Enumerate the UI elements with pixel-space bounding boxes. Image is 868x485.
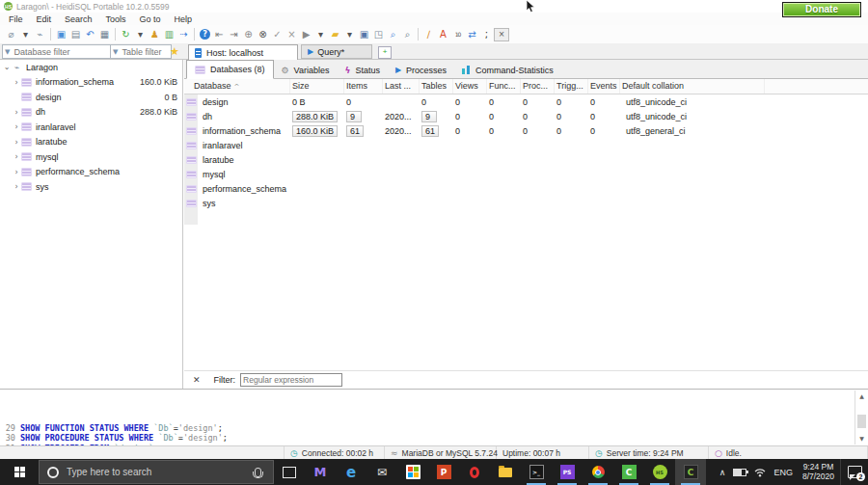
- column-header-func[interactable]: Func...: [487, 79, 521, 94]
- tree-item-iranlaravel[interactable]: ›iranlaravel: [0, 120, 182, 135]
- column-header-default-collation[interactable]: Default collation: [620, 79, 765, 94]
- tree-root-laragon[interactable]: ⌄⌁Laragon: [0, 60, 182, 75]
- start-button[interactable]: [0, 459, 39, 485]
- column-header-trigg[interactable]: Trigg...: [555, 79, 588, 94]
- tree-item-mysql[interactable]: ›mysql: [0, 149, 182, 165]
- binary-icon[interactable]: 10: [450, 27, 465, 41]
- chrome-icon[interactable]: [583, 459, 613, 485]
- export-icon[interactable]: ▥: [162, 27, 176, 41]
- grid-row-information-schema[interactable]: information_schema160.0 KiB612020...6100…: [184, 123, 868, 138]
- camtasia-icon[interactable]: C: [613, 459, 644, 485]
- media-app-icon[interactable]: M: [305, 459, 336, 485]
- grid-row-design[interactable]: design0 B0000000utf8_unicode_ci: [184, 94, 868, 109]
- camtasia-recorder-icon[interactable]: C: [675, 459, 706, 485]
- column-header-last[interactable]: Last ...: [383, 79, 420, 94]
- wrap-icon[interactable]: ⇄: [465, 27, 479, 41]
- expand-icon[interactable]: ›: [12, 168, 21, 176]
- tab-host-localhost[interactable]: Host: localhost: [188, 44, 298, 60]
- expand-icon[interactable]: ›: [12, 152, 21, 161]
- semicolon-icon[interactable]: ;: [479, 27, 494, 41]
- subtab-status[interactable]: ϟStatus: [337, 62, 387, 78]
- undo-icon[interactable]: ↶: [83, 27, 97, 41]
- expand-icon[interactable]: ›: [12, 78, 21, 87]
- tree-item-performance-schema[interactable]: ›performance_schema: [0, 165, 182, 180]
- print-icon[interactable]: ▦: [97, 27, 112, 41]
- tree-item-sys[interactable]: ›sys: [0, 179, 182, 195]
- grid-filter-input[interactable]: [240, 373, 342, 387]
- tree-item-information-schema[interactable]: ›information_schema160.0 KiB: [0, 75, 182, 91]
- dropdown-icon[interactable]: ▾: [133, 27, 148, 41]
- mail-icon[interactable]: ✉: [366, 459, 397, 485]
- microphone-icon[interactable]: [255, 468, 261, 477]
- dropdown-icon[interactable]: ▾: [313, 27, 328, 41]
- add-record-icon[interactable]: ⊕: [241, 27, 256, 41]
- post-icon[interactable]: ✓: [270, 27, 285, 41]
- expand-icon[interactable]: ›: [12, 138, 21, 147]
- grid-row-dh[interactable]: dh288.0 KiB92020...900000utf8_unicode_ci: [184, 109, 868, 123]
- powerpoint-icon[interactable]: P: [428, 459, 459, 485]
- delete-icon[interactable]: ×: [285, 27, 299, 41]
- subtab-command-statistics[interactable]: Command-Statistics: [454, 62, 561, 78]
- sql-log[interactable]: ▲ ▼ 29SHOW FUNCTION STATUS WHERE `Db`='d…: [0, 389, 868, 445]
- column-header-items[interactable]: Items: [344, 79, 383, 94]
- tree-item-dh[interactable]: ›dh288.0 KiB: [0, 105, 182, 121]
- last-record-icon[interactable]: ⇥: [227, 27, 241, 41]
- cancel-icon[interactable]: ⊗: [256, 27, 270, 41]
- dropdown-icon[interactable]: ▾: [342, 27, 357, 41]
- first-record-icon[interactable]: ⇤: [212, 27, 227, 41]
- table-filter-input[interactable]: [120, 46, 169, 58]
- terminal-icon[interactable]: >_: [521, 459, 552, 485]
- new-window-icon[interactable]: ◳: [371, 27, 386, 41]
- reformat-icon[interactable]: ∕: [421, 27, 436, 41]
- grid-row-mysql[interactable]: mysql: [184, 167, 868, 181]
- collapse-icon[interactable]: ⌄: [2, 63, 12, 71]
- copy-icon[interactable]: ▣: [54, 27, 68, 41]
- battery-icon[interactable]: [729, 459, 750, 485]
- action-center-button[interactable]: 2: [840, 459, 868, 485]
- new-query-tab-button[interactable]: +: [378, 46, 392, 59]
- tree-item-laratube[interactable]: ›laratube: [0, 135, 182, 150]
- edge-icon[interactable]: e: [336, 459, 366, 485]
- data-flow-icon[interactable]: ⇢: [176, 27, 191, 41]
- donate-button[interactable]: Donate: [782, 2, 861, 17]
- tray-chevron-icon[interactable]: ∧: [716, 459, 730, 485]
- expand-icon[interactable]: ›: [12, 182, 21, 191]
- favorites-star-icon[interactable]: ★: [170, 45, 179, 58]
- phpstorm-icon[interactable]: PS: [552, 459, 583, 485]
- database-filter-box[interactable]: ▼: [2, 44, 112, 59]
- table-filter-box[interactable]: ▼: [110, 44, 172, 59]
- grid-row-iranlaravel[interactable]: iranlaravel: [184, 138, 868, 152]
- menu-edit[interactable]: Edit: [30, 14, 59, 24]
- column-header-tables[interactable]: Tables: [420, 79, 453, 94]
- scrollbar-thumb[interactable]: [857, 415, 866, 428]
- expand-icon[interactable]: ›: [12, 122, 21, 131]
- language-indicator[interactable]: ENG: [770, 459, 797, 485]
- sql-log-scrollbar[interactable]: ▲ ▼: [854, 391, 868, 445]
- tree-item-design[interactable]: design0 B: [0, 90, 182, 105]
- explorer-icon[interactable]: [490, 459, 521, 485]
- column-header-proc[interactable]: Proc...: [521, 79, 555, 94]
- open-file-icon[interactable]: ▰: [328, 27, 342, 41]
- paste-icon[interactable]: ▤: [68, 27, 83, 41]
- scroll-down-icon[interactable]: ▼: [855, 434, 868, 445]
- heidisql-icon[interactable]: HS: [644, 459, 675, 485]
- subtab-databases-8[interactable]: Databases (8): [186, 60, 274, 79]
- run-icon[interactable]: ▶: [299, 27, 313, 41]
- column-header-size[interactable]: Size: [290, 79, 344, 94]
- subtab-processes[interactable]: ▶Processes: [388, 62, 454, 78]
- column-header-events[interactable]: Events: [588, 79, 620, 94]
- menu-file[interactable]: File: [2, 14, 30, 24]
- menu-tools[interactable]: Tools: [99, 14, 133, 24]
- find-again-icon[interactable]: ⌕: [400, 27, 415, 41]
- menu-go-to[interactable]: Go to: [133, 14, 168, 24]
- disconnect-icon[interactable]: ⌀: [4, 27, 18, 41]
- database-filter-input[interactable]: [12, 46, 109, 58]
- clear-filter-icon[interactable]: ✕: [193, 375, 201, 385]
- subtab-variables[interactable]: ⚙Variables: [274, 62, 338, 78]
- save-icon[interactable]: ▣: [357, 27, 371, 41]
- user-manager-icon[interactable]: ♟: [148, 27, 162, 41]
- store-icon[interactable]: [397, 459, 428, 485]
- tab-query[interactable]: ▶ Query*: [301, 44, 372, 59]
- column-header-views[interactable]: Views: [453, 79, 487, 94]
- grid-row-sys[interactable]: sys: [184, 196, 868, 210]
